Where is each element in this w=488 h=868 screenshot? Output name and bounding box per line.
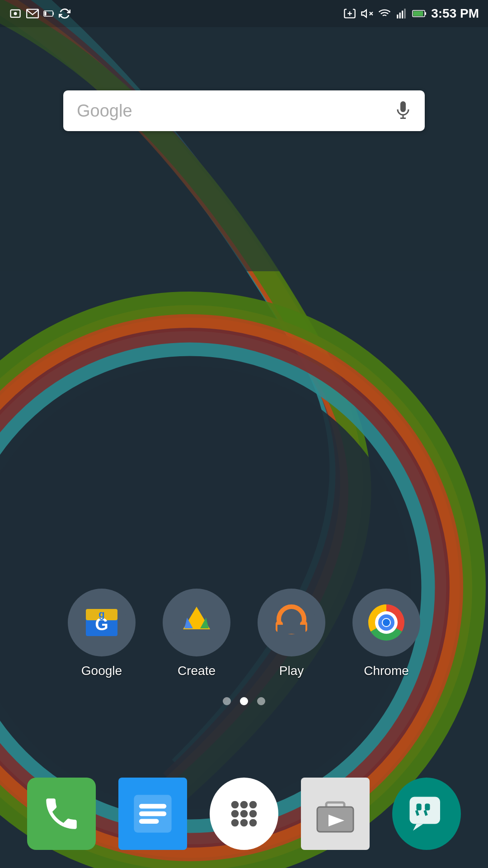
- mute-icon: [361, 7, 373, 20]
- svg-point-61: [240, 819, 248, 827]
- page-indicators: [0, 697, 488, 705]
- app-create[interactable]: Create: [163, 589, 230, 678]
- svg-text:g: g: [99, 609, 104, 620]
- svg-rect-9: [27, 9, 38, 18]
- svg-rect-18: [399, 13, 401, 19]
- refresh-icon: [59, 8, 70, 19]
- svg-rect-19: [402, 11, 403, 19]
- search-placeholder: Google: [77, 101, 395, 121]
- app-create-label: Create: [178, 664, 216, 678]
- signal-icon: [396, 8, 408, 19]
- svg-point-57: [231, 810, 239, 818]
- dock-hangouts[interactable]: [392, 778, 461, 850]
- dock-messages[interactable]: [118, 778, 187, 850]
- wifi-icon: [378, 7, 391, 20]
- svg-point-54: [231, 801, 239, 809]
- dock-phone[interactable]: [27, 778, 96, 850]
- page-dot-1[interactable]: [223, 697, 231, 705]
- app-google-label: Google: [81, 664, 122, 678]
- svg-rect-12: [45, 12, 47, 16]
- page-dot-3[interactable]: [257, 697, 265, 705]
- dock-playstore[interactable]: [301, 778, 370, 850]
- svg-marker-13: [362, 10, 367, 17]
- status-bar: 3:53 PM: [0, 0, 488, 27]
- app-google[interactable]: G g Google: [68, 589, 136, 678]
- svg-point-8: [14, 12, 17, 15]
- status-time: 3:53 PM: [431, 6, 479, 21]
- svg-rect-23: [413, 11, 423, 16]
- photo-icon: [9, 7, 22, 20]
- app-play[interactable]: Play: [258, 589, 325, 678]
- page-dot-2[interactable]: [240, 697, 248, 705]
- svg-rect-69: [425, 804, 430, 811]
- svg-point-62: [249, 819, 257, 827]
- dock-launcher[interactable]: [210, 778, 278, 850]
- svg-point-49: [383, 619, 390, 626]
- svg-point-60: [231, 819, 239, 827]
- nfc-icon: [343, 7, 356, 20]
- gmail-icon: [26, 9, 39, 19]
- battery-icon: [412, 9, 427, 18]
- search-bar[interactable]: Google: [63, 90, 425, 131]
- svg-rect-11: [53, 12, 54, 15]
- svg-point-59: [249, 810, 257, 818]
- app-chrome-label: Chrome: [364, 664, 409, 678]
- battery-low-icon: [43, 10, 54, 17]
- status-right-icons: 3:53 PM: [343, 6, 479, 21]
- app-icons-row: G g Google Create: [0, 589, 488, 678]
- svg-point-56: [249, 801, 257, 809]
- svg-rect-20: [404, 9, 406, 19]
- svg-rect-24: [400, 101, 406, 112]
- app-chrome[interactable]: Chrome: [352, 589, 420, 678]
- app-play-label: Play: [279, 664, 304, 678]
- status-left-icons: [9, 7, 70, 20]
- svg-rect-43: [277, 625, 305, 634]
- svg-point-58: [240, 810, 248, 818]
- dock: [0, 778, 488, 850]
- svg-rect-68: [417, 804, 422, 811]
- svg-rect-6: [0, 0, 488, 271]
- svg-rect-17: [397, 14, 398, 19]
- svg-rect-22: [425, 12, 426, 15]
- mic-icon[interactable]: [395, 100, 411, 121]
- svg-point-55: [240, 801, 248, 809]
